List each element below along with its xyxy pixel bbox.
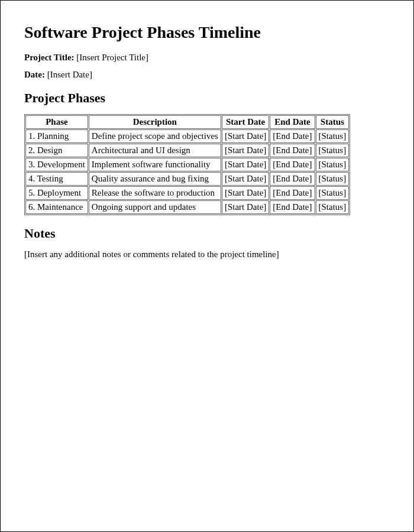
col-start-date: Start Date — [222, 115, 269, 129]
cell-start-date: [Start Date] — [222, 186, 269, 200]
cell-status: [Status] — [316, 129, 350, 143]
document-page: Software Project Phases Timeline Project… — [0, 0, 414, 532]
cell-phase: 5. Deployment — [25, 186, 88, 200]
project-title-label: Project Title: — [24, 53, 75, 62]
table-row: 1. Planning Define project scope and obj… — [25, 129, 349, 143]
phases-heading: Project Phases — [24, 90, 390, 106]
table-header-row: Phase Description Start Date End Date St… — [25, 115, 349, 129]
phases-table: Phase Description Start Date End Date St… — [24, 114, 350, 215]
cell-phase: 6. Maintenance — [25, 200, 88, 214]
col-end-date: End Date — [270, 115, 315, 129]
cell-status: [Status] — [316, 144, 350, 157]
col-description: Description — [89, 115, 221, 129]
notes-heading: Notes — [24, 226, 390, 241]
cell-phase: 2. Design — [25, 144, 88, 157]
cell-description: Ongoing support and updates — [89, 200, 221, 214]
project-title-value: [Insert Project Title] — [76, 53, 148, 62]
cell-start-date: [Start Date] — [222, 158, 269, 171]
cell-description: Implement software functionality — [89, 158, 221, 171]
table-row: 6. Maintenance Ongoing support and updat… — [25, 200, 349, 214]
cell-phase: 1. Planning — [25, 129, 88, 143]
cell-phase: 3. Development — [25, 158, 88, 171]
cell-status: [Status] — [316, 200, 350, 214]
table-row: 2. Design Architectural and UI design [S… — [25, 144, 349, 157]
cell-end-date: [End Date] — [270, 144, 315, 157]
date-label: Date: — [24, 70, 45, 79]
table-row: 4. Testing Quality assurance and bug fix… — [25, 172, 349, 186]
date-line: Date: [Insert Date] — [24, 70, 390, 80]
cell-status: [Status] — [316, 172, 350, 186]
cell-start-date: [Start Date] — [222, 129, 269, 143]
cell-description: Quality assurance and bug fixing — [89, 172, 221, 186]
cell-end-date: [End Date] — [270, 129, 315, 143]
page-title: Software Project Phases Timeline — [24, 23, 390, 42]
cell-end-date: [End Date] — [270, 158, 315, 171]
table-row: 3. Development Implement software functi… — [25, 158, 349, 171]
col-phase: Phase — [25, 115, 88, 129]
notes-body: [Insert any additional notes or comments… — [24, 249, 390, 259]
cell-phase: 4. Testing — [25, 172, 88, 186]
col-status: Status — [316, 115, 350, 129]
cell-description: Architectural and UI design — [89, 144, 221, 157]
cell-description: Define project scope and objectives — [89, 129, 221, 143]
cell-end-date: [End Date] — [270, 172, 315, 186]
cell-status: [Status] — [316, 158, 350, 171]
cell-start-date: [Start Date] — [222, 200, 269, 214]
cell-description: Release the software to production — [89, 186, 221, 200]
cell-start-date: [Start Date] — [222, 172, 269, 186]
cell-end-date: [End Date] — [270, 200, 315, 214]
cell-start-date: [Start Date] — [222, 144, 269, 157]
cell-status: [Status] — [316, 186, 350, 200]
table-row: 5. Deployment Release the software to pr… — [25, 186, 349, 200]
project-title-line: Project Title: [Insert Project Title] — [24, 53, 390, 63]
date-value: [Insert Date] — [47, 70, 92, 79]
cell-end-date: [End Date] — [270, 186, 315, 200]
